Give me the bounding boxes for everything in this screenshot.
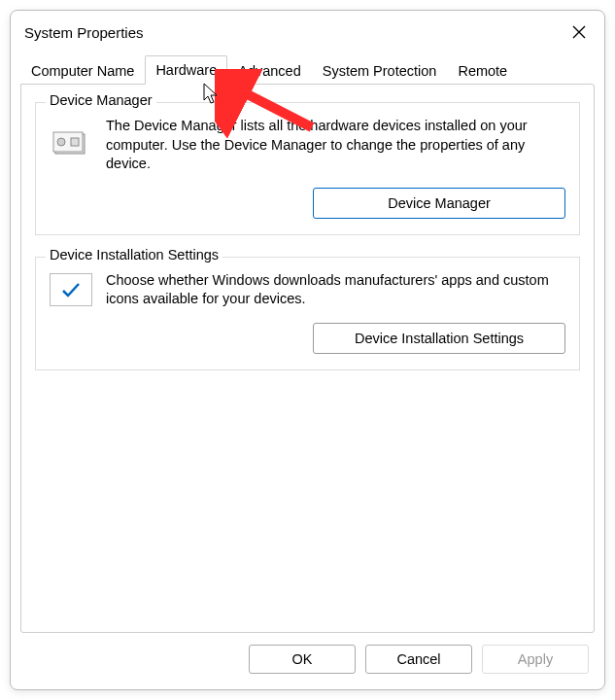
- tab-panel-hardware: Device Manager The Device Manager lists …: [20, 84, 595, 633]
- device-install-desc: Choose whether Windows downloads manufac…: [106, 271, 565, 309]
- tab-computer-name[interactable]: Computer Name: [20, 56, 145, 85]
- close-icon: [572, 25, 586, 39]
- device-manager-group: Device Manager The Device Manager lists …: [35, 102, 580, 235]
- checkmark-icon: [50, 273, 92, 306]
- titlebar: System Properties: [11, 11, 604, 50]
- device-install-legend: Device Installation Settings: [46, 247, 222, 262]
- tab-hardware[interactable]: Hardware: [145, 55, 227, 85]
- tab-system-protection[interactable]: System Protection: [312, 56, 448, 85]
- device-manager-legend: Device Manager: [46, 92, 156, 108]
- device-install-button[interactable]: Device Installation Settings: [313, 323, 565, 354]
- cancel-button[interactable]: Cancel: [365, 645, 472, 674]
- system-properties-dialog: System Properties Computer Name Hardware…: [10, 10, 605, 690]
- apply-button: Apply: [482, 645, 589, 674]
- device-manager-desc: The Device Manager lists all the hardwar…: [106, 117, 565, 174]
- window-title: System Properties: [24, 24, 144, 41]
- device-install-group: Device Installation Settings Choose whet…: [35, 257, 580, 370]
- dialog-footer: OK Cancel Apply: [11, 633, 604, 689]
- device-manager-button[interactable]: Device Manager: [313, 188, 565, 219]
- tab-remote[interactable]: Remote: [447, 56, 518, 85]
- device-manager-icon: [50, 119, 92, 161]
- tab-row: Computer Name Hardware Advanced System P…: [11, 50, 604, 85]
- close-button[interactable]: [567, 20, 591, 44]
- svg-point-2: [57, 138, 65, 146]
- ok-button[interactable]: OK: [249, 645, 356, 674]
- svg-rect-3: [71, 138, 79, 146]
- tab-advanced[interactable]: Advanced: [227, 56, 312, 85]
